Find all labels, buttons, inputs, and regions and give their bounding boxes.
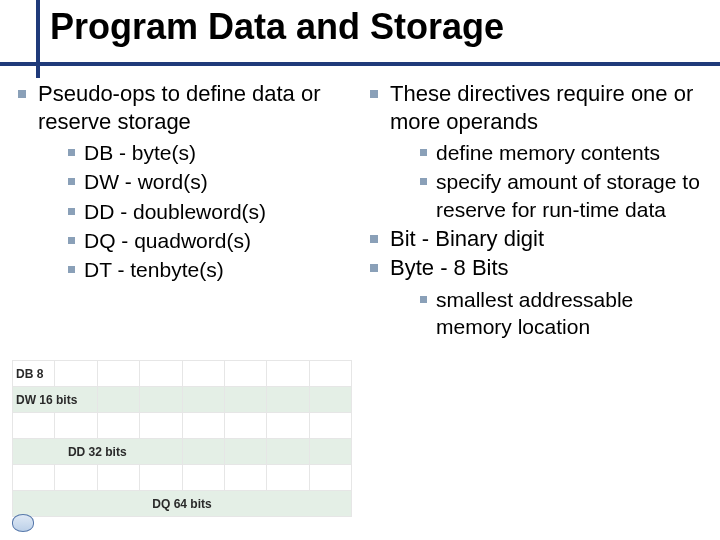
bits-dw-cell: DW 16 bits xyxy=(13,387,98,413)
right-sub-text: define memory contents xyxy=(436,141,660,164)
title-horizontal-rule xyxy=(0,62,720,66)
right-sub-bullet: specify amount of storage to reserve for… xyxy=(390,168,714,223)
right-bullet-text: Bit - Binary digit xyxy=(390,226,544,251)
right-column: These directives require one or more ope… xyxy=(360,76,720,540)
right-sub-bullet: smallest addressable memory location xyxy=(390,286,714,341)
left-sub-bullet: DQ - quadword(s) xyxy=(38,227,354,254)
footer-logo xyxy=(10,512,90,536)
left-sub-text: DW - word(s) xyxy=(84,170,208,193)
left-sub-text: DB - byte(s) xyxy=(84,141,196,164)
left-sub-bullet: DT - tenbyte(s) xyxy=(38,256,354,283)
bits-table: DB 8 DW 16 bits DD 32 bits DQ 64 bits xyxy=(12,360,352,517)
left-main-text: Pseudo-ops to define data or reserve sto… xyxy=(38,81,321,134)
slide: Program Data and Storage Pseudo-ops to d… xyxy=(0,0,720,540)
bits-db-cell: DB 8 xyxy=(13,361,55,387)
bits-diagram: DB 8 DW 16 bits DD 32 bits DQ 64 bits xyxy=(12,360,352,520)
right-bullet-2: Byte - 8 Bits smallest addressable memor… xyxy=(362,254,714,340)
right-sub-text: specify amount of storage to reserve for… xyxy=(436,170,700,220)
right-sub-text: smallest addressable memory location xyxy=(436,288,633,338)
right-sub-bullet: define memory contents xyxy=(390,139,714,166)
left-sub-bullet: DD - doubleword(s) xyxy=(38,198,354,225)
slide-title: Program Data and Storage xyxy=(36,6,710,54)
title-block: Program Data and Storage xyxy=(36,6,710,54)
left-sub-text: DT - tenbyte(s) xyxy=(84,258,224,281)
left-sub-text: DQ - quadword(s) xyxy=(84,229,251,252)
right-bullet-0: These directives require one or more ope… xyxy=(362,80,714,223)
globe-icon xyxy=(12,514,34,532)
left-sub-text: DD - doubleword(s) xyxy=(84,200,266,223)
left-main-bullet: Pseudo-ops to define data or reserve sto… xyxy=(10,80,354,283)
left-sub-bullet: DB - byte(s) xyxy=(38,139,354,166)
title-vertical-rule xyxy=(36,0,40,78)
right-bullet-text: Byte - 8 Bits xyxy=(390,255,509,280)
bits-dd-cell: DD 32 bits xyxy=(13,439,183,465)
right-bullet-1: Bit - Binary digit xyxy=(362,225,714,253)
right-bullet-text: These directives require one or more ope… xyxy=(390,81,693,134)
left-sub-bullet: DW - word(s) xyxy=(38,168,354,195)
